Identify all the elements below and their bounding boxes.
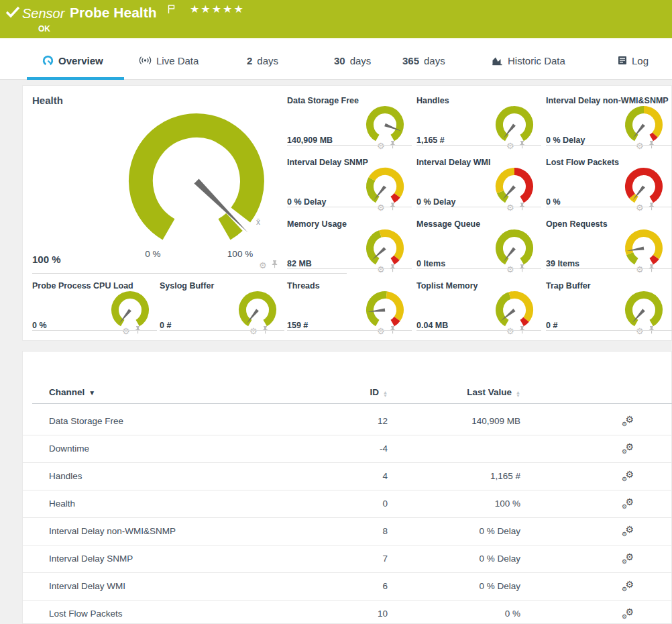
tab-live-data[interactable]: Live Data [139,52,199,69]
channel-table-panel: Channel▼ ID▲▼ Last Value▲▼ Data Storage … [22,351,672,624]
gauge-settings-icon[interactable]: ⚙ [506,203,514,212]
channel-settings-button[interactable]: ⚙⚙ [622,525,635,538]
health-gauge-title: Health [32,95,63,106]
table-row-health[interactable]: Health0100 %⚙⚙ [23,490,672,518]
tab-historic-data[interactable]: Historic Data [492,52,565,69]
channel-id: 7 [304,545,388,572]
sort-icon: ▲▼ [516,391,520,397]
priority-stars[interactable]: ★★★★★ [190,3,245,15]
pin-icon[interactable] [389,263,396,275]
pin-icon[interactable] [389,140,396,152]
table-header-divider [32,403,672,404]
table-row-data-storage-free[interactable]: Data Storage Free12140,909 MB⚙⚙ [23,408,672,435]
pin-icon[interactable] [518,325,526,337]
pin-icon[interactable] [389,325,396,337]
gauge-settings-icon[interactable]: ⚙ [377,327,385,335]
tile-tools: ⚙ [636,201,655,213]
gauge-tile-label: Lost Flow Packets [546,158,619,167]
table-row-interval-delay-snmp[interactable]: Interval Delay SNMP70 % Delay⚙⚙ [23,545,672,573]
gauge-tile-value: 0 % [546,197,561,207]
health-scale-min: 0 % [133,249,173,259]
gauge-tile-label: Syslog Buffer [160,281,214,291]
tile-divider [416,207,541,207]
pin-icon[interactable] [389,201,396,213]
tile-tools: ⚙ [636,263,655,275]
gauge-tile-label: Interval Delay WMI [416,158,490,167]
channel-id: 12 [304,408,388,435]
gauge-settings-icon[interactable]: ⚙ [636,265,644,274]
average-marker-label: x̄ [256,217,260,227]
channel-name: Interval Delay non-WMI&SNMP [49,518,176,545]
tab-log[interactable]: Log [618,52,649,69]
tile-tools: ⚙ [377,263,396,275]
tab-number: 365 [402,55,419,66]
channel-name: Lost Flow Packets [49,601,123,624]
channel-settings-button[interactable]: ⚙⚙ [622,442,635,456]
channel-last-value: 100 % [398,490,520,517]
pin-icon[interactable] [648,140,655,152]
gauge-settings-icon[interactable]: ⚙ [249,327,258,335]
tab-days30[interactable]: 30days [334,52,371,69]
channel-settings-button[interactable]: ⚙⚙ [622,470,635,483]
pin-icon[interactable] [648,325,655,337]
channel-settings-button[interactable]: ⚙⚙ [622,415,635,428]
gauge-tile-value: 0.04 MB [416,321,448,330]
pin-icon[interactable] [134,325,142,337]
gauge-settings-icon[interactable]: ⚙ [259,261,267,270]
tile-tools: ⚙ [506,201,526,213]
gauge-tile-label: Handles [416,96,449,105]
gauge-tile-interval-delay-wmi: Interval Delay WMI0 % Delay⚙ [416,156,541,217]
column-header-last-value[interactable]: Last Value▲▼ [398,387,520,397]
pin-icon[interactable] [648,263,655,275]
gauge-settings-icon[interactable]: ⚙ [506,265,514,274]
priority-flag-icon[interactable] [167,4,176,17]
gauge-settings-icon[interactable]: ⚙ [377,142,385,150]
table-row-lost-flow-packets[interactable]: Lost Flow Packets100 %⚙⚙ [23,601,672,624]
channel-id: 8 [304,518,388,545]
channel-id: 4 [304,463,388,490]
pin-icon[interactable] [262,325,269,337]
gauge-tile-message-queue: Message Queue0 Items⚙ [416,218,541,279]
pin-icon[interactable] [518,201,526,213]
table-row-interval-delay-wmi[interactable]: Interval Delay WMI60 % Delay⚙⚙ [23,573,672,601]
gauge-settings-icon[interactable]: ⚙ [636,327,644,335]
channel-settings-button[interactable]: ⚙⚙ [622,497,635,511]
table-row-handles[interactable]: Handles41,165 #⚙⚙ [23,463,672,490]
gauge-settings-icon[interactable]: ⚙ [377,203,385,212]
channel-id: 6 [304,573,388,600]
active-tab-underline [27,77,124,80]
pin-icon[interactable] [271,259,278,271]
gauge-tile-value: 0 Items [416,259,445,268]
column-header-channel[interactable]: Channel▼ [49,387,95,397]
channel-settings-button[interactable]: ⚙⚙ [622,580,635,593]
table-row-downtime[interactable]: Downtime-4⚙⚙ [23,435,672,463]
pin-icon[interactable] [648,201,655,213]
table-row-interval-delay-non-wmi-snmp[interactable]: Interval Delay non-WMI&SNMP80 % Delay⚙⚙ [23,518,672,545]
channel-settings-button[interactable]: ⚙⚙ [622,607,635,621]
health-tools: ⚙ [259,259,278,271]
gauge-settings-icon[interactable]: ⚙ [122,327,130,335]
tile-divider [416,145,541,146]
health-scale-max: 100 % [217,249,264,259]
channel-name: Interval Delay WMI [49,573,125,600]
channel-name: Downtime [49,435,89,462]
channel-last-value: 140,909 MB [398,408,520,435]
pin-icon[interactable] [518,263,526,275]
channel-settings-button[interactable]: ⚙⚙ [622,552,635,566]
gauge-tile-data-storage-free: Data Storage Free140,909 MB⚙ [287,95,412,156]
broadcast-icon [139,56,152,65]
gauge-needle [504,123,516,138]
gauge-needle [633,123,645,138]
gauge-settings-icon[interactable]: ⚙ [636,203,644,212]
gauge-tile-value: 159 # [287,321,308,330]
gauge-settings-icon[interactable]: ⚙ [377,265,385,274]
column-header-id[interactable]: ID▲▼ [311,387,388,397]
tab-days365[interactable]: 365days [402,52,445,69]
gauge-settings-icon[interactable]: ⚙ [506,327,514,335]
channel-id: -4 [304,435,388,462]
tab-days2[interactable]: 2days [247,52,278,69]
gauge-settings-icon[interactable]: ⚙ [636,142,644,150]
gauge-settings-icon[interactable]: ⚙ [506,142,514,150]
tab-overview[interactable]: Overview [42,52,103,69]
pin-icon[interactable] [518,140,526,152]
